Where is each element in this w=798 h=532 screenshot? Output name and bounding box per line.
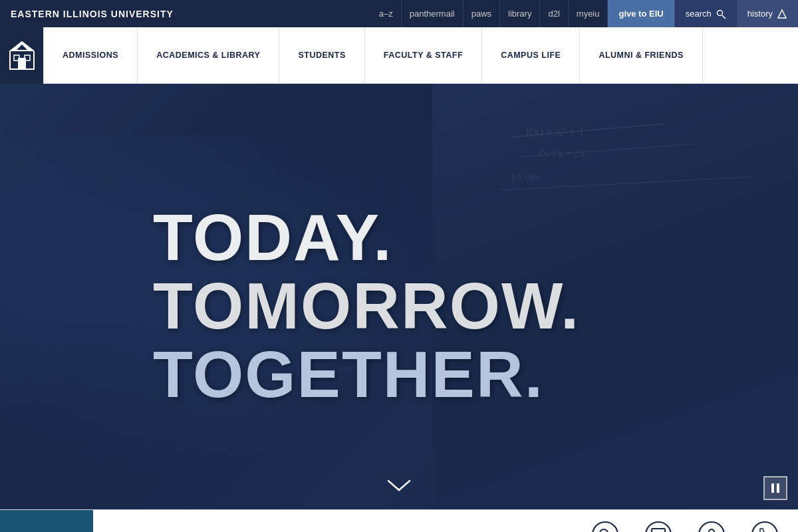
util-link-myeiu[interactable]: myeiu <box>569 0 608 27</box>
search-label: search <box>686 9 712 19</box>
nav-items: ADMISSIONS ACADEMICS & LIBRARY STUDENTS … <box>43 27 798 83</box>
hero-line-tomorrow: TOMORROW. <box>153 272 580 340</box>
pause-button[interactable] <box>763 476 787 500</box>
utility-bar: EASTERN ILLINOIS UNIVERSITY a–z pantherm… <box>0 0 798 27</box>
give-button[interactable]: give to EIU <box>608 0 674 27</box>
history-label: history <box>747 9 773 19</box>
util-link-az[interactable]: a–z <box>371 0 402 27</box>
event-title: FIRST DAY OF FALL 2024 <box>93 529 592 533</box>
svg-rect-16 <box>777 483 779 493</box>
util-link-panthermail[interactable]: panthermail <box>402 0 464 27</box>
svg-point-0 <box>717 10 722 15</box>
nav-students[interactable]: STUDENTS <box>279 27 364 83</box>
history-button[interactable]: history <box>737 0 798 27</box>
scroll-down-chevron[interactable] <box>386 476 412 497</box>
svg-point-17 <box>600 529 608 532</box>
search-button[interactable]: search <box>674 0 737 27</box>
svg-rect-19 <box>652 529 665 532</box>
quick-link-search[interactable] <box>592 521 618 532</box>
svg-rect-15 <box>771 483 774 493</box>
util-link-d2l[interactable]: d2l <box>540 0 568 27</box>
search-icon <box>716 9 726 19</box>
person-icon <box>704 527 719 532</box>
util-link-library[interactable]: library <box>500 0 540 27</box>
logo-icon <box>9 41 35 70</box>
bottom-quick-links <box>592 521 798 532</box>
svg-line-1 <box>722 15 726 19</box>
hero-line-together: TOGETHER. <box>153 340 580 409</box>
phone-icon <box>757 527 772 532</box>
nav-admissions[interactable]: ADMISSIONS <box>43 27 138 83</box>
monitor-icon <box>650 527 666 532</box>
history-icon <box>777 9 787 19</box>
quick-link-screen[interactable] <box>645 521 672 532</box>
util-link-paws[interactable]: paws <box>464 0 500 27</box>
hero-line-today: TODAY. <box>153 203 580 272</box>
bottom-bar: AUG FIRST DAY OF FALL 2024 <box>0 509 798 532</box>
quick-link-person[interactable] <box>698 521 725 532</box>
event-month: AUG <box>35 530 59 533</box>
svg-marker-2 <box>778 10 786 18</box>
svg-point-22 <box>709 529 714 532</box>
event-date-box: AUG <box>0 510 93 533</box>
nav-alumni[interactable]: ALUMNI & FRIENDS <box>580 27 702 83</box>
pause-icon <box>771 483 780 493</box>
hero-section: f(x) = x² + 1 ∂y/∂x = 2x ∫ f(x)dx TODAY.… <box>0 84 798 509</box>
main-navigation: ADMISSIONS ACADEMICS & LIBRARY STUDENTS … <box>0 27 798 84</box>
nav-campus[interactable]: CAMPUS LIFE <box>482 27 580 83</box>
nav-faculty[interactable]: FACULTY & STAFF <box>365 27 482 83</box>
university-name: EASTERN ILLINOIS UNIVERSITY <box>11 9 174 19</box>
quick-link-phone[interactable] <box>751 521 778 532</box>
nav-academics[interactable]: ACADEMICS & LIBRARY <box>138 27 279 83</box>
chevron-down-icon <box>386 478 412 493</box>
search-icon <box>598 527 612 532</box>
logo[interactable] <box>0 27 43 84</box>
utility-links: a–z panthermail paws library d2l myeiu g… <box>371 0 798 27</box>
hero-text: TODAY. TOMORROW. TOGETHER. <box>153 203 580 409</box>
